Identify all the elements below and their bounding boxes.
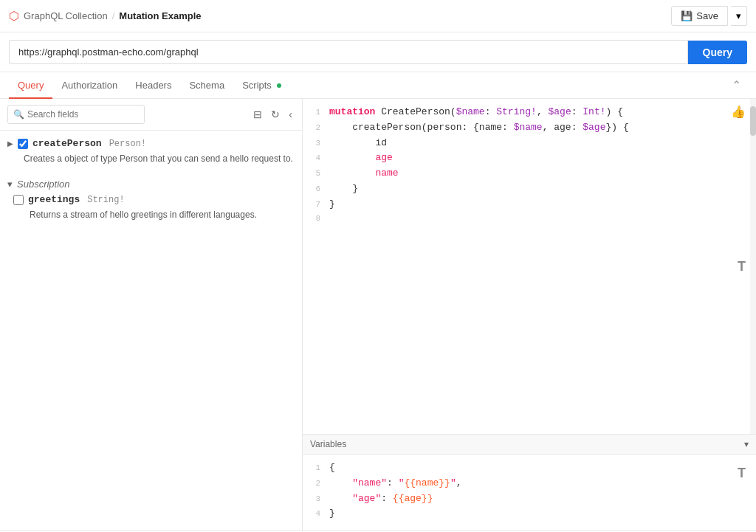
code-line: 4} — [303, 506, 756, 522]
main-tabs: Query Authorization Headers Schema Scrip… — [0, 72, 756, 99]
editor-scrollbar[interactable] — [750, 99, 756, 434]
breadcrumb: ⬡ GraphQL Collection / Mutation Example — [9, 9, 202, 23]
field-name: greetings — [28, 194, 80, 205]
breadcrumb-separator: / — [112, 10, 115, 21]
line-content: "name": "{{name}}", — [329, 476, 753, 491]
variables-header: Variables ▾ — [303, 435, 756, 455]
save-icon: 💾 — [681, 10, 693, 21]
line-number: 2 — [306, 477, 329, 491]
editor-scrollbar-thumb — [750, 106, 756, 136]
url-bar: Query — [0, 32, 756, 72]
line-number: 7 — [306, 198, 329, 212]
topbar-actions: 💾 Save ▾ — [671, 6, 747, 26]
schema-list: ▶ createPerson Person! Creates a object … — [0, 131, 302, 531]
scripts-dot-indicator — [277, 83, 281, 88]
variables-editor: Variables ▾ 1{2 "name": "{{name}}",3 "ag… — [303, 435, 756, 531]
save-label: Save — [696, 10, 718, 21]
query-code-area[interactable]: 1mutation CreatePerson($name: String!, $… — [303, 99, 756, 434]
tab-headers[interactable]: Headers — [126, 73, 180, 99]
line-number: 4 — [306, 152, 329, 165]
line-content: createPerson(person: {name: $name, age: … — [329, 120, 753, 136]
list-item: ▶ createPerson Person! Creates a object … — [7, 138, 295, 165]
expand-arrow-icon[interactable]: ▶ — [7, 139, 13, 148]
search-wrapper: 🔍 — [7, 105, 247, 124]
tab-authorization[interactable]: Authorization — [52, 73, 126, 99]
line-content: id — [329, 136, 753, 151]
filter-icon[interactable]: ⊟ — [251, 106, 264, 122]
url-input[interactable] — [9, 40, 688, 64]
collection-name: GraphQL Collection — [24, 10, 108, 21]
line-content: age — [329, 151, 753, 166]
code-line: 1{ — [303, 460, 756, 476]
variables-label: Variables — [310, 439, 346, 449]
tab-query[interactable]: Query — [9, 73, 52, 99]
variables-code-area[interactable]: 1{2 "name": "{{name}}",3 "age": {{age}}4… — [303, 455, 756, 527]
editor-panel: 1mutation CreatePerson($name: String!, $… — [303, 99, 756, 531]
refresh-icon[interactable]: ↻ — [269, 106, 282, 122]
schema-item-header: greetings String! — [13, 194, 295, 205]
line-content: { — [329, 460, 753, 476]
line-content: "age": {{age}} — [329, 491, 753, 507]
section-name: Subscription — [17, 179, 70, 190]
line-content: mutation CreatePerson($name: String!, $a… — [329, 105, 753, 120]
code-line: 2 "name": "{{name}}", — [303, 476, 756, 491]
variables-format-icon[interactable]: T — [738, 466, 746, 481]
graphql-logo-icon: ⬡ — [9, 9, 19, 23]
field-description: Creates a object of type Person that you… — [7, 152, 295, 165]
code-line: 8 — [303, 213, 756, 226]
line-number: 2 — [306, 122, 329, 135]
search-input[interactable] — [7, 105, 145, 124]
line-content: } — [329, 506, 753, 522]
code-line: 6 } — [303, 182, 756, 197]
query-editor: 1mutation CreatePerson($name: String!, $… — [303, 99, 756, 435]
code-line: 3 "age": {{age}} — [303, 491, 756, 507]
search-bar: 🔍 ⊟ ↻ ‹ — [0, 99, 302, 131]
line-number: 3 — [306, 137, 329, 151]
line-number: 1 — [306, 462, 329, 475]
format-icon[interactable]: T — [738, 259, 746, 274]
schema-item-header: ▶ createPerson Person! — [7, 138, 295, 149]
line-content: } — [329, 182, 753, 197]
schema-explorer: 🔍 ⊟ ↻ ‹ ▶ createPerson Person! Creates a… — [0, 99, 303, 531]
line-number: 8 — [306, 213, 329, 226]
field-checkbox[interactable] — [13, 195, 24, 205]
code-line: 1mutation CreatePerson($name: String!, $… — [303, 105, 756, 120]
thumbsup-icon[interactable]: 👍 — [731, 105, 746, 119]
tab-schema[interactable]: Schema — [180, 73, 233, 99]
field-type: String! — [87, 195, 124, 205]
code-line: 3 id — [303, 136, 756, 151]
topbar: ⬡ GraphQL Collection / Mutation Example … — [0, 0, 756, 32]
field-type: Person! — [109, 139, 146, 149]
line-number: 1 — [306, 106, 329, 120]
line-number: 5 — [306, 167, 329, 181]
section-collapse-icon: ▾ — [7, 179, 13, 190]
chevron-down-icon: ▾ — [736, 10, 741, 21]
field-description: Returns a stream of hello greetings in d… — [13, 208, 295, 221]
save-button[interactable]: 💾 Save — [671, 6, 728, 26]
main-content: 🔍 ⊟ ↻ ‹ ▶ createPerson Person! Creates a… — [0, 99, 756, 531]
search-icon: 🔍 — [13, 109, 24, 120]
request-name: Mutation Example — [119, 10, 201, 21]
line-number: 3 — [306, 493, 329, 506]
line-content: name — [329, 166, 753, 182]
collapse-panel-button[interactable]: ⌃ — [726, 72, 747, 98]
collapse-schema-icon[interactable]: ‹ — [286, 106, 295, 122]
code-line: 4 age — [303, 151, 756, 166]
line-number: 4 — [306, 508, 329, 521]
variables-actions: ▾ — [744, 439, 749, 449]
query-button[interactable]: Query — [688, 41, 747, 64]
variables-collapse-icon[interactable]: ▾ — [744, 439, 749, 449]
code-line: 2 createPerson(person: {name: $name, age… — [303, 120, 756, 136]
field-checkbox[interactable] — [18, 139, 28, 149]
save-dropdown-button[interactable]: ▾ — [731, 6, 747, 26]
code-line: 7} — [303, 197, 756, 213]
field-name: createPerson — [32, 138, 102, 149]
subscription-section[interactable]: ▾ Subscription — [7, 174, 295, 194]
code-line: 5 name — [303, 166, 756, 182]
line-content: } — [329, 197, 753, 213]
tab-scripts[interactable]: Scripts — [233, 73, 289, 99]
line-number: 6 — [306, 183, 329, 196]
list-item: greetings String! Returns a stream of he… — [7, 194, 295, 221]
